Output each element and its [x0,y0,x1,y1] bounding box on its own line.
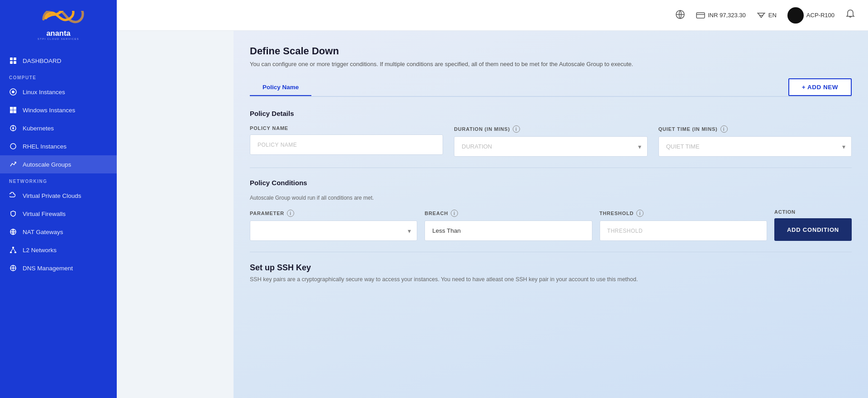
avatar [787,7,804,24]
breach-info-icon[interactable]: i [451,210,458,217]
svg-line-22 [11,248,13,252]
svg-rect-2 [10,58,13,60]
sidebar-item-l2[interactable]: L2 Networks [0,241,117,259]
kubernetes-icon [9,124,17,132]
breach-value: Less Than [424,221,592,241]
page-subtitle: You can configure one or more trigger co… [250,61,852,67]
currency-display: INR 97,323.30 [696,11,746,19]
svg-rect-5 [14,61,16,64]
action-group: ACTION ADD CONDITION [774,209,852,241]
svg-rect-10 [10,110,13,114]
tab-policy-name[interactable]: Policy Name [250,79,311,96]
ssh-section-divider [250,252,852,252]
duration-select-wrapper: DURATION [454,136,647,157]
svg-rect-9 [14,107,17,110]
duration-group: DURATION (IN MINS) i DURATION [454,125,647,157]
breach-group: BREACH i Less Than [424,210,592,241]
shield-icon [9,210,17,218]
duration-select[interactable]: DURATION [454,136,647,157]
action-label: ACTION [774,209,852,215]
policy-name-input[interactable] [250,134,443,155]
sidebar-item-windows[interactable]: Windows Instances [0,101,117,119]
linux-icon [9,88,17,96]
threshold-input[interactable] [600,221,767,241]
sidebar-item-label: L2 Networks [23,247,57,254]
parameter-select[interactable] [250,221,417,241]
sidebar-item-label: Windows Instances [23,107,75,114]
quiet-time-label: QUIET TIME (IN MINS) i [658,125,852,133]
sidebar-item-label: DNS Management [23,265,73,272]
section-divider [250,168,852,168]
duration-info-icon[interactable]: i [513,125,520,133]
autoscale-icon [9,160,17,168]
ssh-title: Set up SSH Key [250,263,852,273]
parameter-info-icon[interactable]: i [287,210,294,217]
svg-rect-21 [14,252,16,253]
svg-line-23 [13,248,15,252]
globe-button[interactable] [675,10,685,21]
svg-rect-3 [14,58,16,60]
sidebar-item-label: Virtual Firewalls [23,211,66,217]
svg-rect-29 [696,13,705,18]
policy-name-label: POLICY NAME [250,125,443,131]
compute-section-label: COMPUTE [0,70,117,83]
svg-rect-11 [14,110,17,114]
cloud-icon [9,192,17,200]
sidebar-item-label: RHEL Instances [23,143,67,150]
svg-rect-20 [10,252,12,253]
threshold-group: THRESHOLD i [600,210,767,241]
quiet-time-info-icon[interactable]: i [720,125,728,133]
windows-icon [9,106,17,114]
sidebar-logo: ananta STPI CLOUD SERVICES [0,0,117,52]
policy-name-group: POLICY NAME [250,125,443,157]
svg-rect-4 [10,61,13,64]
sidebar-item-nat[interactable]: NAT Gateways [0,223,117,241]
network-icon [9,246,17,254]
networking-section-label: NETWORKING [0,173,117,187]
breach-label: BREACH i [424,210,592,217]
dns-icon [9,264,17,272]
sidebar-item-label: Autoscale Groups [23,161,71,168]
sidebar-item-rhel[interactable]: RHEL Instances [0,137,117,155]
sidebar-item-vpc[interactable]: Virtual Private Clouds [0,187,117,205]
sidebar-item-autoscale[interactable]: Autoscale Groups [0,155,117,173]
user-profile[interactable]: ACP-R100 [787,7,835,24]
svg-text:ananta: ananta [46,29,71,37]
svg-point-7 [12,91,14,93]
sidebar-item-dashboard[interactable]: DASHBOARD [0,52,117,70]
sidebar-item-linux[interactable]: Linux Instances [0,83,117,101]
parameter-group: PARAMETER i [250,210,417,241]
svg-text:STPI CLOUD SERVICES: STPI CLOUD SERVICES [38,38,79,40]
quiet-time-group: QUIET TIME (IN MINS) i QUIET TIME [658,125,852,157]
conditions-subtitle: Autoscale Group would run if all conditi… [250,195,852,201]
sidebar-item-label: DASHBOARD [23,58,62,64]
page-title: Define Scale Down [250,45,852,57]
sidebar-item-dns[interactable]: DNS Management [0,259,117,277]
sidebar-item-label: Kubernetes [23,125,54,132]
sidebar-item-kubernetes[interactable]: Kubernetes [0,119,117,137]
svg-rect-8 [10,107,13,110]
add-new-button[interactable]: + ADD NEW [788,78,852,96]
threshold-info-icon[interactable]: i [636,210,644,217]
ssh-subtitle: SSH key pairs are a cryptographically se… [250,276,852,283]
quiet-time-select[interactable]: QUIET TIME [658,136,852,157]
sidebar-item-label: NAT Gateways [23,229,63,235]
sidebar-item-firewall[interactable]: Virtual Firewalls [0,205,117,223]
threshold-label: THRESHOLD i [600,210,767,217]
parameter-label: PARAMETER i [250,210,417,217]
notification-bell[interactable] [845,9,855,21]
ananta-logo: ananta STPI CLOUD SERVICES [31,11,86,43]
sidebar: ananta STPI CLOUD SERVICES DASHBOARD COM… [0,0,117,398]
topbar: INR 97,323.30 EN ACP-R100 [117,0,868,31]
sidebar-item-label: Virtual Private Clouds [23,192,81,199]
language-selector[interactable]: EN [757,11,777,19]
parameter-select-wrapper [250,221,417,241]
grid-icon [9,57,17,65]
section-policy-conditions-title: Policy Conditions [250,179,852,187]
tabs-bar: Policy Name + ADD NEW [250,78,852,97]
svg-rect-19 [12,247,14,248]
svg-point-16 [10,144,16,149]
main-content: Define Scale Down You can configure one … [234,31,868,398]
add-condition-button[interactable]: ADD CONDITION [774,218,852,241]
svg-point-13 [12,127,14,129]
